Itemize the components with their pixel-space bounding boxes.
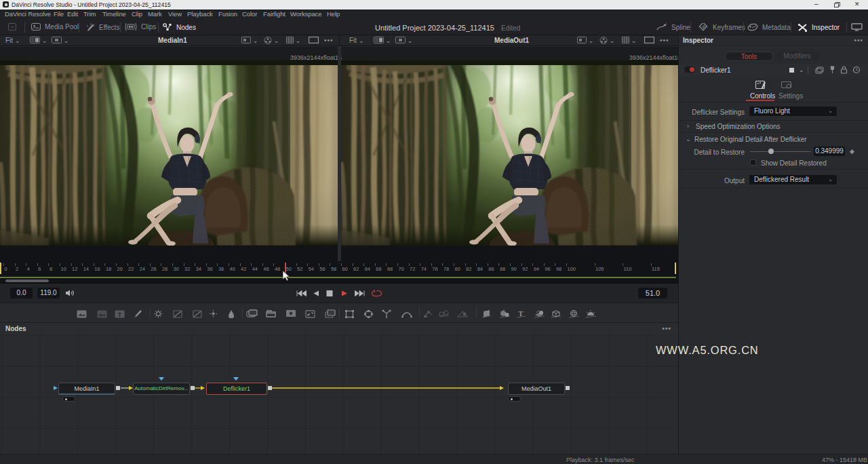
svg-text:T: T bbox=[118, 311, 122, 318]
svg-text:T: T bbox=[518, 309, 524, 317]
